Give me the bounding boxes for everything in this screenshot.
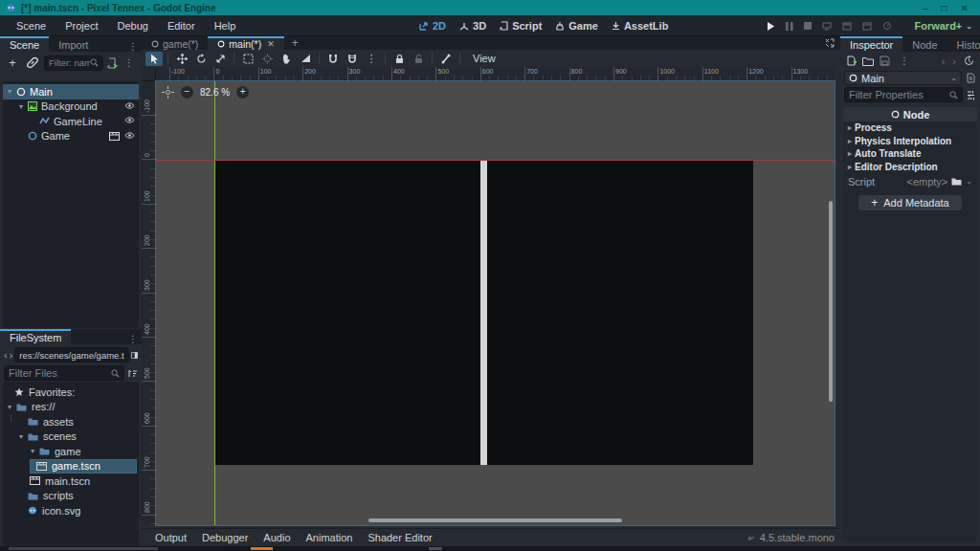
viewport-canvas[interactable]: − 82.6 % +	[156, 81, 835, 525]
fs-game-tscn[interactable]: game.tscn	[30, 459, 137, 474]
filesystem-filter-input[interactable]: Filter Files	[4, 365, 124, 381]
workspace-game[interactable]: Game	[555, 20, 598, 32]
scene-node-gameline[interactable]: GameLine	[3, 114, 139, 129]
select-mode-button[interactable]	[145, 52, 163, 66]
visibility-icon[interactable]	[124, 131, 135, 140]
pivot-button[interactable]	[258, 52, 276, 66]
instance-scene-icon[interactable]	[24, 55, 41, 70]
bottom-shader-editor-button[interactable]: Shader Editor	[362, 530, 437, 545]
unlock-selected-button[interactable]	[410, 52, 427, 66]
attach-script-icon[interactable]	[106, 57, 118, 69]
load-resource-icon[interactable]	[862, 56, 874, 66]
section-auto-translate[interactable]: ▸Auto Translate	[843, 147, 977, 161]
tab-node[interactable]: Node	[902, 36, 947, 52]
zoom-in-button[interactable]: +	[236, 86, 249, 99]
fs-favorites[interactable]: Favorites:	[3, 385, 139, 400]
horizontal-scrollbar[interactable]	[368, 518, 622, 522]
stop-icon[interactable]	[804, 22, 812, 30]
bottom-audio-button[interactable]: Audio	[257, 530, 296, 545]
maximize-icon[interactable]: □	[942, 3, 947, 13]
fs-scripts[interactable]: scripts	[3, 489, 139, 504]
close-icon[interactable]: ✕	[961, 3, 969, 13]
skeleton-options-button[interactable]	[437, 52, 455, 66]
pause-icon[interactable]	[786, 22, 793, 31]
view-menu[interactable]: View	[465, 53, 503, 64]
inspector-filter-input[interactable]: Filter Properties	[844, 87, 963, 102]
section-physics-interpolation[interactable]: ▸Physics Interpolation	[843, 135, 977, 148]
new-resource-icon[interactable]	[846, 55, 857, 66]
menu-help[interactable]: Help	[206, 17, 245, 34]
tab-import[interactable]: Import	[49, 36, 98, 52]
bottom-output-button[interactable]: Output	[149, 530, 192, 545]
smart-snap-button[interactable]	[324, 52, 342, 66]
category-node-header[interactable]: Node	[843, 107, 977, 121]
play-icon[interactable]	[767, 22, 775, 31]
add-metadata-button[interactable]: + Add Metadata	[858, 195, 962, 210]
split-view-icon[interactable]	[131, 350, 138, 361]
rotate-mode-button[interactable]	[192, 52, 210, 66]
workspace-script[interactable]: Script	[500, 20, 542, 32]
resource-options-icon[interactable]: ⋮	[896, 55, 913, 66]
tab-filesystem[interactable]: FileSystem	[0, 329, 71, 344]
fs-icon-svg[interactable]: icon.svg	[3, 503, 139, 518]
renderer-select[interactable]: Forward+ ⌄	[914, 15, 972, 36]
bottom-debugger-button[interactable]: Debugger	[196, 530, 254, 545]
snap-options-icon[interactable]: ⋮	[363, 52, 380, 66]
menu-project[interactable]: Project	[56, 17, 106, 34]
sort-icon[interactable]	[127, 368, 138, 379]
scene-node-main[interactable]: ▾ Main	[3, 84, 139, 99]
minimize-icon[interactable]: –	[923, 3, 928, 13]
nav-back-icon[interactable]: ‹	[4, 349, 8, 361]
menu-debug[interactable]: Debug	[108, 17, 156, 34]
scene-node-background[interactable]: ▾ Background	[3, 99, 139, 115]
save-resource-icon[interactable]	[880, 55, 890, 66]
history-back-icon[interactable]: ‹	[942, 55, 946, 67]
menu-scene[interactable]: Scene	[8, 17, 55, 34]
move-mode-button[interactable]	[173, 52, 190, 66]
object-history-icon[interactable]	[964, 55, 974, 66]
scene-tab-game[interactable]: game(*)	[142, 36, 208, 50]
add-node-button[interactable]: +	[4, 55, 21, 70]
script-property-value[interactable]: <empty>	[906, 176, 947, 187]
fs-main-tscn[interactable]: main.tscn	[3, 474, 139, 489]
embed-game-icon[interactable]	[862, 22, 872, 31]
folder-icon[interactable]	[951, 177, 962, 186]
tab-history[interactable]: History	[947, 36, 980, 52]
zoom-out-button[interactable]: −	[181, 86, 193, 99]
pan-mode-button[interactable]	[278, 52, 295, 66]
filesystem-menu-icon[interactable]: ⋮	[124, 334, 142, 344]
bottom-animation-button[interactable]: Animation	[301, 530, 359, 545]
section-process[interactable]: ▸Process	[843, 121, 977, 135]
instanced-scene-icon[interactable]	[109, 132, 120, 141]
movie-writer-icon[interactable]	[842, 22, 852, 31]
fs-scenes[interactable]: ▾ scenes	[3, 430, 139, 445]
scene-filter-input[interactable]: Filter: name, t:t	[44, 55, 103, 71]
close-tab-icon[interactable]: ✕	[267, 39, 275, 49]
section-editor-description[interactable]: ▸Editor Description	[843, 161, 977, 174]
profiler-icon[interactable]	[882, 21, 892, 31]
fs-game-folder[interactable]: ▾ game	[3, 444, 139, 459]
fs-assets[interactable]: assets	[3, 414, 139, 430]
ruler-mode-button[interactable]	[297, 52, 314, 66]
workspace-assetlib[interactable]: AssetLib	[612, 20, 668, 32]
expand-bottom-panel-icon[interactable]	[825, 38, 835, 48]
scale-mode-button[interactable]	[212, 52, 229, 66]
list-select-button[interactable]	[239, 52, 256, 66]
fs-res-root[interactable]: ▾ res://	[3, 400, 139, 415]
lock-selected-button[interactable]	[390, 52, 408, 66]
visibility-icon[interactable]	[124, 101, 135, 110]
history-forward-icon[interactable]: ›	[952, 55, 956, 67]
filesystem-path[interactable]: res://scenes/game/game.t	[14, 347, 128, 363]
zoom-percent[interactable]: 82.6 %	[200, 87, 230, 98]
remote-debug-icon[interactable]	[822, 22, 832, 31]
property-filter-icon[interactable]	[966, 90, 976, 100]
nav-forward-icon[interactable]: ›	[10, 349, 13, 361]
workspace-3d[interactable]: 3D	[459, 20, 486, 32]
scene-tree-menu-icon[interactable]: ⋮	[121, 57, 138, 68]
vertical-scrollbar[interactable]	[829, 201, 833, 402]
grid-snap-button[interactable]	[344, 52, 361, 66]
tab-scene[interactable]: Scene	[0, 36, 49, 52]
menu-editor[interactable]: Editor	[159, 17, 204, 34]
scene-dock-menu-icon[interactable]: ⋮	[124, 41, 142, 52]
extra-resource-icon[interactable]	[966, 73, 976, 83]
